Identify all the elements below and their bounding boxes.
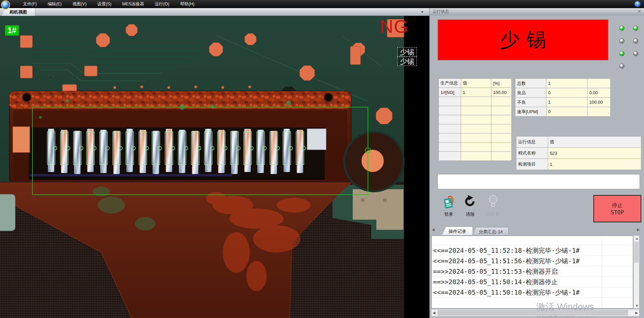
- menu-item-3[interactable]: 视图(V): [67, 1, 92, 7]
- menu-item-1[interactable]: 文件(F): [18, 1, 42, 7]
- log-entry: <<==2024-05-05_11:52:18-检测完毕-少锡-1#: [432, 245, 633, 256]
- clear-button[interactable]: 清除: [460, 194, 481, 224]
- table-cell: 程式名称: [516, 148, 548, 159]
- table-cell: 0: [546, 107, 588, 117]
- menu-item-7[interactable]: 帮助(H): [175, 1, 200, 7]
- operation-log-list: <<==2024-05-05_11:52:18-检测完毕-少锡-1#<<==20…: [431, 236, 633, 309]
- led-label: LED 灯: [483, 211, 504, 217]
- table-cell: [491, 106, 512, 115]
- run-info-table: 运行信息值程式名称523检测项目1: [516, 136, 641, 170]
- table-cell: 检测项目: [516, 159, 548, 170]
- vscroll-thumb[interactable]: [634, 242, 639, 263]
- log-column-divider: [602, 236, 602, 308]
- inspection-result-label: NG: [380, 16, 409, 37]
- menu-items: 文件(F)编辑(E)视图(V)设置(S)MES连接器运行(O)帮助(H): [18, 1, 200, 7]
- table-cell: 1: [546, 98, 588, 107]
- scroll-left-icon[interactable]: ◀: [433, 311, 435, 315]
- status-light-off: [619, 64, 624, 69]
- table-cell: [461, 152, 491, 161]
- login-button[interactable]: 登录: [438, 194, 459, 224]
- scroll-up-icon[interactable]: ▲: [635, 237, 639, 240]
- production-info-table: 生产信息值[%]1#[NG]1100.00: [438, 78, 512, 161]
- status-light-off: [633, 39, 638, 44]
- tab-classification-summary[interactable]: 分类汇总-1#: [473, 227, 509, 236]
- menu-item-2[interactable]: 编辑(E): [42, 1, 67, 7]
- log-entry: <<==2024-05-05_11:51:56-检测完毕-少锡-1#: [432, 256, 633, 266]
- table-cell: 0.00: [588, 88, 611, 98]
- tab-scroll-right-icon[interactable]: ▶: [637, 227, 640, 232]
- view-tab-strip: 相机视图 ▼: [0, 8, 429, 16]
- table-cell: 1: [548, 159, 641, 170]
- table-cell: [461, 124, 491, 133]
- scroll-down-icon[interactable]: ▼: [635, 304, 639, 308]
- login-badge-icon: [441, 194, 456, 209]
- table-cell: 100.00: [588, 98, 611, 107]
- clear-label: 清除: [460, 211, 481, 217]
- menu-bar: 文件(F)编辑(E)视图(V)设置(S)MES连接器运行(O)帮助(H) ?: [0, 0, 644, 8]
- status-light-on: [619, 26, 624, 31]
- panel-title: 运行状态: [433, 9, 449, 14]
- status-light-on: [619, 51, 624, 56]
- stop-label-en: STOP: [611, 209, 624, 216]
- log-entry: ==>>2024-05-05_11:51:53-检测器开启: [432, 266, 633, 277]
- table-cell: [588, 79, 611, 88]
- camera-view[interactable]: 1# NG 少锡少锡: [0, 16, 429, 318]
- table-cell: [461, 143, 491, 152]
- table-cell: [439, 124, 461, 133]
- table-cell: 总数: [515, 79, 546, 88]
- table-cell: 1#[NG]: [439, 88, 461, 97]
- table-cell: [439, 97, 461, 106]
- table-cell: [491, 124, 512, 133]
- defect-tag-list: 少锡少锡: [397, 47, 417, 66]
- table-cell: [461, 97, 491, 106]
- tab-operation-log[interactable]: 操作记录: [442, 226, 473, 236]
- tab-scroll-left-icon[interactable]: ◀: [432, 227, 434, 232]
- log-horizontal-scrollbar[interactable]: ◀ ▶: [431, 309, 639, 316]
- table-cell: [439, 133, 461, 143]
- log-empty-row: [432, 236, 633, 245]
- table-cell: [439, 106, 461, 115]
- panel-header: 运行状态 ✕: [430, 8, 644, 15]
- log-entry: <<==2024-05-05_11:50:10-检测完毕-少锡-1#: [432, 287, 633, 298]
- alarm-text: 少锡: [493, 27, 553, 53]
- menu-item-6[interactable]: 运行(O): [150, 1, 175, 7]
- station-badge: 1#: [5, 25, 19, 35]
- table-header-cell: [%]: [491, 79, 512, 88]
- camera-image: [0, 16, 429, 318]
- table-header-cell: 值: [548, 137, 641, 148]
- menu-item-5[interactable]: MES连接器: [117, 1, 150, 7]
- table-cell: [491, 97, 512, 106]
- chevron-down-icon[interactable]: ▼: [421, 10, 424, 14]
- hscroll-thumb[interactable]: [437, 310, 628, 316]
- table-cell: [461, 106, 491, 115]
- defect-tag: 少锡: [397, 57, 417, 66]
- table-cell: 1: [546, 79, 588, 88]
- menu-item-4[interactable]: 设置(S): [92, 1, 117, 7]
- table-cell: 1: [461, 88, 491, 97]
- table-cell: [491, 143, 512, 152]
- table-cell: 0: [546, 88, 588, 98]
- table-cell: [439, 152, 461, 161]
- log-vertical-scrollbar[interactable]: ▲ ▼: [634, 236, 639, 309]
- stop-button[interactable]: 停止 STOP: [593, 195, 641, 222]
- status-light-off: [619, 39, 624, 44]
- table-cell: 不良: [515, 98, 546, 107]
- table-cell: [588, 107, 611, 117]
- table-cell: [461, 115, 491, 124]
- table-cell: [491, 133, 512, 143]
- help-button[interactable]: ?: [635, 1, 641, 7]
- led-button[interactable]: LED 灯: [483, 194, 504, 224]
- run-status-panel: 运行状态 ✕ 少锡 生产信息值[%]1#[NG]1100.00 总数1良品00.…: [429, 8, 644, 318]
- message-box: [437, 174, 640, 189]
- table-header-cell: 值: [461, 79, 491, 88]
- status-light-off: [633, 51, 638, 56]
- table-cell: [491, 152, 512, 161]
- scroll-right-icon[interactable]: ▶: [635, 311, 638, 315]
- statistics-table: 总数1良品00.00不良1100.00速率[UPM]0: [515, 78, 611, 117]
- alarm-display: 少锡: [437, 19, 609, 60]
- close-icon[interactable]: ✕: [637, 8, 641, 15]
- table-cell: 523: [548, 148, 641, 159]
- led-bulb-icon: [486, 194, 500, 209]
- table-header-cell: 运行信息: [516, 137, 548, 148]
- refresh-arrow-icon: [463, 194, 477, 209]
